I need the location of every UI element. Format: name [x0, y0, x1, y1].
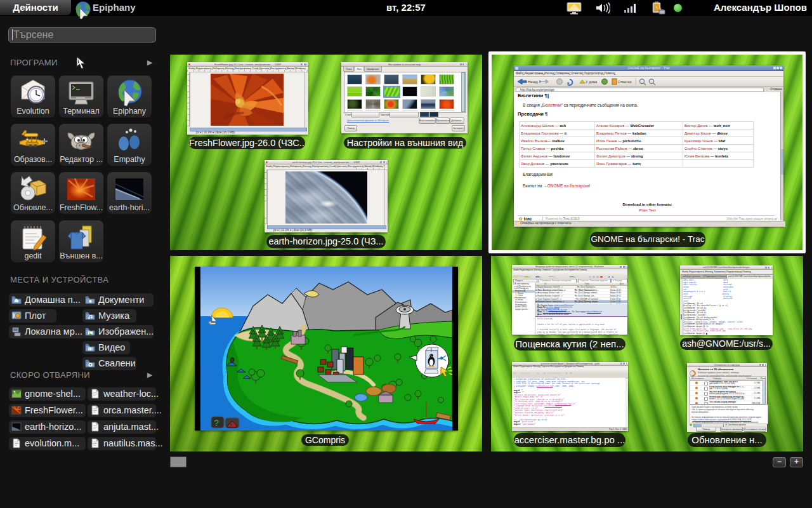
svg-text:У дома: У дома: [586, 80, 598, 84]
svg-text:Отметки: Отметки: [618, 80, 631, 84]
svg-text:Назад: Назад: [528, 80, 539, 84]
svg-text:?: ?: [214, 418, 219, 428]
